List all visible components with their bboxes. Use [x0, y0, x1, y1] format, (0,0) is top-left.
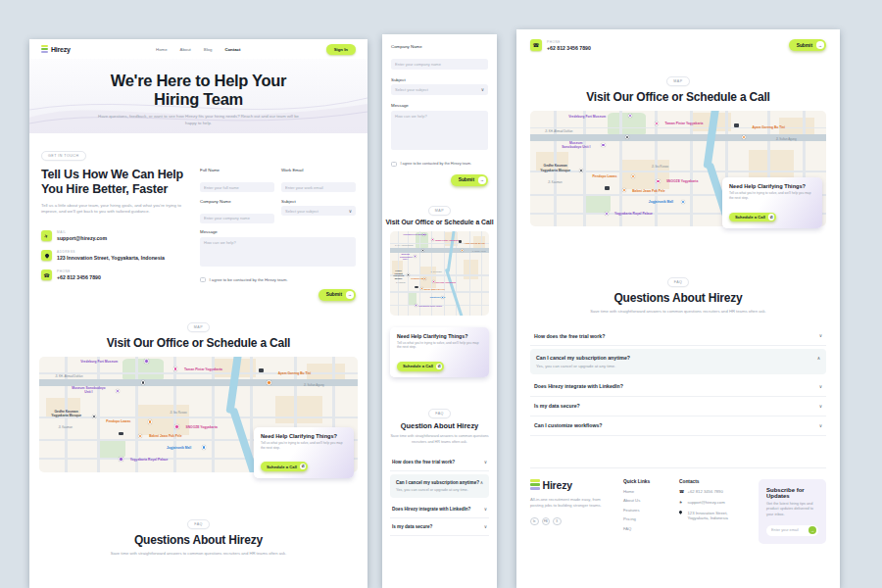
- map-marker: [407, 273, 410, 276]
- logo-link[interactable]: Hirezy: [530, 479, 614, 491]
- map-poi-label: Pendopo Lawas: [592, 174, 616, 178]
- faq-item[interactable]: Is my data secure?: [530, 397, 826, 416]
- nav-item-contact[interactable]: Contact: [224, 47, 240, 52]
- mobile-form: Company Name Subject Select your subject…: [382, 34, 497, 186]
- faq-item-expanded[interactable]: Can I cancel my subscription anytime? Ye…: [530, 349, 826, 374]
- footer-contact-phone: +62 812 3456 7890: [679, 489, 750, 495]
- linkedin-icon[interactable]: In: [530, 517, 539, 526]
- facebook-icon[interactable]: FB: [542, 517, 551, 526]
- faq-list: How does the free trial work? Can I canc…: [390, 454, 489, 536]
- agree-label: I agree to be contacted by the Hirezy te…: [401, 162, 472, 166]
- map-marker: [141, 380, 145, 384]
- sign-in-button[interactable]: Sign In: [326, 44, 356, 55]
- map-street-label: Jl. Kauman: [548, 180, 562, 184]
- submit-button[interactable]: Submit: [318, 289, 356, 301]
- map-poi-label: Taman Pintar Yogyakarta: [435, 239, 460, 241]
- map-marker: [622, 188, 626, 192]
- map-road: [390, 274, 489, 275]
- chevron-down-icon: [819, 423, 822, 428]
- agree-checkbox[interactable]: [391, 162, 397, 168]
- map-marker: [601, 143, 605, 147]
- footer-contacts: Contacts +62 812 3456 7890 support@hirez…: [679, 479, 750, 544]
- agree-label: I agree to be contacted by the Hirezy te…: [210, 277, 288, 282]
- submit-button[interactable]: Submit: [789, 39, 826, 51]
- office-map[interactable]: Vredeburg Fort Museum Taman Pintar Yogya…: [390, 231, 489, 316]
- nav-item-about[interactable]: About: [180, 47, 191, 52]
- work-email-input[interactable]: [281, 182, 356, 192]
- x-icon[interactable]: X: [553, 517, 562, 526]
- faq-heading: Questions About Hirezy: [29, 533, 368, 547]
- map-building-icon: [119, 432, 123, 436]
- map-block: [619, 160, 669, 190]
- faq-item[interactable]: Can I customize workflows?: [530, 416, 826, 436]
- schedule-call-button[interactable]: Schedule a Call: [729, 213, 776, 222]
- subject-select[interactable]: Select your subject: [391, 84, 488, 95]
- faq-subtitle: Save time with straightforward answers t…: [88, 551, 309, 557]
- faq-item[interactable]: How does the free trial work?: [390, 454, 489, 471]
- faq-section: FAQ Questions About Hirezy Save time wit…: [29, 512, 368, 557]
- site-footer: Hirezy All-in-one recruitment made easy,…: [530, 467, 826, 544]
- faq-item[interactable]: Does Hirezy integrate with LinkedIn?: [390, 501, 489, 518]
- faq-item[interactable]: Is my data secure?: [390, 518, 489, 536]
- map-marker: [441, 296, 444, 299]
- message-textarea[interactable]: [391, 111, 488, 150]
- faq-badge: FAQ: [428, 409, 451, 418]
- faq-item-expanded[interactable]: Can I cancel my subscription anytime? Ye…: [390, 474, 489, 498]
- brand-name: Hirezy: [51, 46, 71, 53]
- contact-heading: Tell Us How We Can Help You Hire Better,…: [41, 168, 186, 198]
- arrow-icon: [478, 176, 486, 184]
- agree-checkbox[interactable]: [200, 277, 206, 283]
- desktop-contact-page: Hirezy Home About Blog Contact Sign In W…: [29, 39, 368, 588]
- map-park: [408, 291, 416, 305]
- company-input[interactable]: [391, 59, 488, 70]
- map-marker: [148, 419, 152, 423]
- work-email-field-group: Work Email: [281, 168, 356, 193]
- hero-section: We're Here to Help YourHiring Team Have …: [29, 59, 368, 133]
- brand-logo-icon: [530, 479, 540, 490]
- submit-button[interactable]: Submit: [451, 174, 488, 186]
- subject-field-group: Subject Select your subject: [281, 199, 356, 224]
- send-icon: [41, 230, 52, 241]
- faq-subtitle: Save time with straightforward answers t…: [565, 309, 791, 315]
- footer-link-pricing[interactable]: Pricing: [623, 516, 670, 521]
- footer-link-features[interactable]: Features: [623, 508, 670, 513]
- company-input[interactable]: [200, 214, 274, 223]
- faq-item[interactable]: Does Hirezy integrate with LinkedIn?: [530, 377, 826, 397]
- map-poi-label: Gedhe Kauman Yogyakarta Mosque: [49, 410, 84, 418]
- map-marker: [421, 249, 424, 252]
- subscribe-title: Subscribe for Updates: [766, 487, 818, 499]
- contact-info-address: Address 123 Innovation Street, Yogyakart…: [41, 250, 186, 261]
- map-park: [608, 113, 646, 136]
- get-in-touch-badge: Get in Touch: [41, 151, 86, 161]
- schedule-call-button[interactable]: Schedule a Call: [261, 462, 308, 471]
- help-card: Need Help Clarifying Things? Tell us wha…: [390, 327, 489, 378]
- map-marker: [119, 457, 122, 461]
- full-name-field-group: Full Name: [200, 168, 274, 193]
- social-links: In FB X: [530, 517, 614, 526]
- chevron-down-icon: [481, 87, 484, 92]
- map-marker: [605, 212, 609, 216]
- nav-item-home[interactable]: Home: [156, 47, 167, 52]
- footer-link-about[interactable]: About Us: [623, 498, 670, 503]
- message-textarea[interactable]: [200, 237, 356, 267]
- subscribe-submit-button[interactable]: [808, 526, 816, 534]
- nav-item-blog[interactable]: Blog: [204, 47, 213, 52]
- logo-link[interactable]: Hirezy: [41, 45, 71, 54]
- pin-icon: [41, 250, 52, 261]
- chevron-down-icon: [819, 333, 822, 338]
- map-building-icon: [605, 186, 610, 190]
- map-building-icon: [734, 123, 739, 127]
- map-street-label: Jl. Ibu Ruswo: [170, 411, 186, 415]
- subject-select[interactable]: Select your subject: [281, 206, 356, 216]
- send-icon: [679, 500, 684, 506]
- subscribe-email-input[interactable]: [771, 528, 804, 532]
- map-poi-label: Jogjatronik Mall: [167, 446, 191, 450]
- faq-section: FAQ Question About Hirezy Save time with…: [382, 401, 497, 536]
- footer-link-home[interactable]: Home: [623, 489, 670, 494]
- contact-info-phone: Phone +62 812 3456 7890: [530, 39, 591, 51]
- faq-item[interactable]: How does the free trial work?: [530, 326, 826, 346]
- schedule-call-button[interactable]: Schedule a Call: [397, 362, 444, 371]
- full-name-input[interactable]: [200, 182, 274, 192]
- footer-link-faq[interactable]: FAQ: [623, 526, 670, 531]
- map-marker: [431, 238, 434, 241]
